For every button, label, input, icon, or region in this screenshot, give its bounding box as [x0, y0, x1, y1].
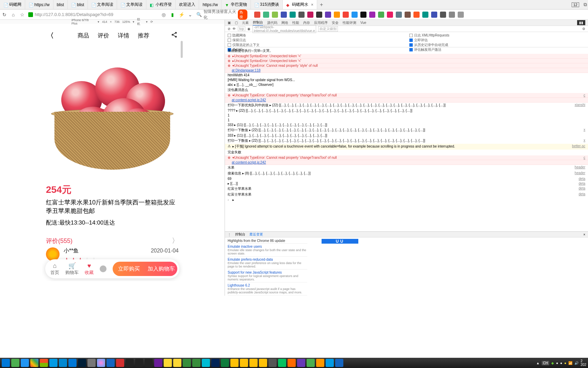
hbuilder-icon[interactable] — [307, 359, 315, 367]
dt-tab-lighthouse[interactable]: 性能评测 — [343, 20, 356, 25]
taskbar-app[interactable] — [221, 359, 229, 367]
ext-icon[interactable] — [387, 12, 393, 18]
tab-goods[interactable]: 商品 — [78, 32, 89, 40]
ext-icon[interactable] — [325, 12, 331, 18]
taskbar-app[interactable] — [268, 359, 277, 367]
browser-tab[interactable]: 📄文单阅读 — [88, 0, 117, 9]
target-icon[interactable]: ◎ — [161, 12, 166, 17]
console-log-line[interactable]: 打印一下数值 ▸ (22) [{…}, {…}, {…}, {…}, {…}, … — [225, 138, 588, 144]
console-log-line[interactable]: [HMR] Waiting for update signal from WDS… — [225, 78, 588, 82]
pycharm-icon[interactable] — [183, 359, 191, 367]
console-log-line[interactable]: 水果header — [225, 165, 588, 171]
rotate-icon[interactable]: ⟳ — [150, 20, 153, 24]
browser-tab[interactable]: 📄blist — [68, 0, 88, 9]
browser-tab[interactable]: 📄码蟋网 — [0, 0, 25, 9]
browser-tab[interactable]: blist — [53, 0, 68, 9]
nav-home[interactable]: ⌂首页 — [50, 262, 59, 276]
checkbox[interactable] — [228, 39, 231, 42]
folder-icon[interactable] — [240, 359, 248, 367]
ext-icon[interactable] — [281, 12, 287, 18]
browser-tab[interactable]: 欢迎进入 — [176, 0, 199, 9]
add-to-cart-button[interactable]: 加入购物车 — [145, 265, 177, 273]
whatsnew-item[interactable]: Emulate inactive usersEmulate idle state… — [228, 243, 307, 256]
log-levels[interactable]: 自定义级别 — [318, 26, 338, 32]
console-log-line[interactable]: 333 ▸ (11) [{…}, {…}, {…}, {…}, {…}, {…}… — [225, 133, 588, 138]
ext-icon[interactable] — [334, 12, 340, 18]
context-select[interactable]: top — [238, 27, 245, 31]
ext-icon[interactable] — [378, 12, 384, 18]
share-icon[interactable] — [171, 31, 178, 40]
start-button[interactable] — [2, 359, 10, 367]
checkbox[interactable] — [228, 43, 231, 47]
browser-tab[interactable]: 📄315消费谈 — [251, 0, 283, 9]
browser-tab[interactable]: https://w — [199, 0, 222, 9]
restore-icon[interactable]: ⧉ — [583, 2, 588, 7]
folder-icon[interactable] — [230, 359, 239, 367]
new-tab-button[interactable]: + — [317, 2, 326, 8]
ext-icon[interactable] — [413, 12, 420, 18]
console-log-line[interactable]: 1 — [225, 113, 588, 118]
console-log-line[interactable]: abc ▸ [{…}, __ob__: Observer] — [225, 82, 588, 87]
tab-count[interactable]: 12 — [572, 2, 579, 7]
dt-tab-elements[interactable]: 元素 — [242, 20, 249, 25]
close-icon[interactable]: × — [311, 2, 313, 7]
dt-tab-performance[interactable]: 性能 — [292, 20, 299, 25]
whatsnew-item[interactable]: Support for new JavaScript featuresSynta… — [228, 269, 307, 282]
folder-icon[interactable] — [259, 359, 267, 367]
star-icon[interactable]: ☆ — [19, 12, 25, 17]
shield-icon[interactable]: ▮ — [170, 12, 175, 17]
console-log-line[interactable]: ???? ▸ (22) [{…}, {…}, {…}, {…}, {…}, {…… — [225, 108, 588, 113]
ext-icon[interactable] — [352, 12, 358, 18]
nav-favorite[interactable]: ♥收藏 — [85, 262, 94, 276]
taskbar-app[interactable] — [154, 359, 162, 367]
tab-recommend[interactable]: 推荐 — [138, 32, 149, 40]
wechat-icon[interactable] — [278, 359, 286, 367]
chevron-down-icon[interactable]: ⌄ — [187, 12, 193, 17]
ext-icon[interactable] — [343, 12, 349, 18]
ext-icon[interactable] — [422, 12, 428, 18]
ext-icon[interactable] — [458, 12, 464, 18]
ext-icon[interactable] — [272, 12, 278, 18]
bolt-icon[interactable]: ⚡ — [179, 12, 184, 17]
photoshop-icon[interactable] — [78, 359, 86, 367]
reload-icon[interactable]: ↻ — [2, 12, 7, 17]
system-tray[interactable]: ▲ CH ◆ ● ● ● 📶 🔊 2202 — [536, 359, 586, 367]
ext-icon[interactable] — [254, 12, 260, 18]
ime-indicator[interactable]: CH — [542, 361, 549, 365]
browser-tab[interactable]: ▼辛巴宠物 — [222, 0, 251, 9]
taskbar-app[interactable] — [288, 359, 296, 367]
console-log-line[interactable]: 1 — [225, 118, 588, 123]
taskbar-app[interactable] — [297, 359, 305, 367]
reviews-header[interactable]: 评价(555) 〉 — [42, 230, 183, 247]
checkbox[interactable] — [409, 34, 413, 37]
dt-tab-memory[interactable]: 内存 — [303, 20, 310, 25]
console-log-line[interactable]: 搜素信息 ▸ (8) [{…}, {…}, {…}, {…}, {…}, {…}… — [225, 171, 588, 177]
ext-icon[interactable] — [396, 12, 402, 18]
nav-cart[interactable]: 🛒购物车 — [65, 262, 79, 276]
tray-icon[interactable]: ● — [556, 361, 558, 365]
taskbar-app[interactable] — [40, 359, 48, 367]
taskbar-app[interactable] — [11, 359, 19, 367]
buy-now-button[interactable]: 立即购买 — [113, 265, 145, 273]
taskbar-app[interactable] — [87, 359, 96, 367]
chrome-icon[interactable] — [30, 359, 38, 367]
taskbar-app[interactable] — [116, 359, 124, 367]
ext-icon[interactable] — [440, 12, 446, 18]
pycharm-icon[interactable] — [192, 359, 200, 367]
console-log-line[interactable]: ⊗▸Uncaught SyntaxError: Unexpected token… — [225, 59, 588, 63]
ext-icon[interactable] — [369, 12, 375, 18]
dt-tab-application[interactable]: 应用程序 — [314, 20, 328, 25]
console-log-line[interactable]: ⊗▸Uncaught SyntaxError: Unexpected token… — [225, 54, 588, 59]
dt-tab-security[interactable]: 安全 — [332, 20, 339, 25]
drawer-tab-whatsnew[interactable]: 最近变更 — [249, 232, 263, 237]
ext-icon[interactable] — [431, 12, 437, 18]
checkbox[interactable] — [228, 34, 231, 37]
folder-icon[interactable] — [249, 359, 258, 367]
product-scroll-area[interactable]: 254元 红富士苹果水果10斤新鲜当季陕西一整箱批发应季丑苹果脆甜包邮 配送:最… — [42, 44, 183, 281]
console-log-line[interactable]: 红富士苹果水果deta — [225, 186, 588, 192]
tray-icon[interactable]: ▲ — [536, 361, 540, 365]
ext-icon[interactable] — [405, 12, 411, 18]
gear-icon[interactable]: ⚙ — [582, 27, 585, 31]
terminal-icon[interactable] — [145, 359, 153, 367]
ext-icon[interactable] — [307, 12, 313, 18]
